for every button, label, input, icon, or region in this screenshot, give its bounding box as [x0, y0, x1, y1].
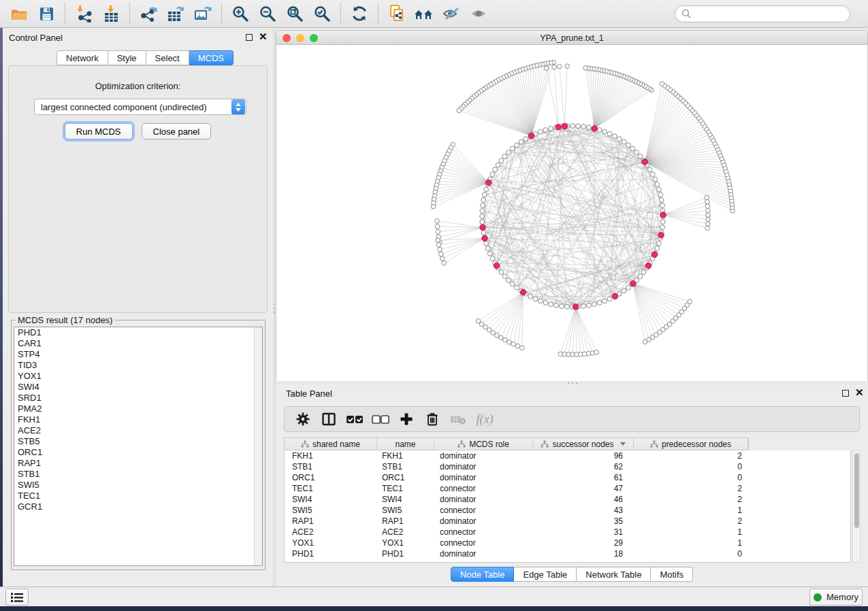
network-graph[interactable]: [276, 45, 867, 381]
toggle-panel-layout-button[interactable]: [317, 409, 340, 429]
column-header-label: predecessor nodes: [662, 440, 731, 449]
select-stepper-icon: [231, 99, 245, 114]
memory-button[interactable]: Memory: [809, 589, 863, 606]
tab-network[interactable]: Network: [57, 50, 108, 65]
float-window-icon[interactable]: [246, 34, 253, 41]
column-header-successor-nodes[interactable]: successor nodes: [533, 438, 634, 450]
column-header-MCDS-role[interactable]: MCDS role: [434, 438, 533, 450]
cell-MCDS-role: connector: [434, 538, 533, 548]
zoom-selected-icon: [313, 5, 331, 22]
table-row[interactable]: PHD1PHD1dominator180: [285, 548, 850, 559]
mcds-result-item[interactable]: STB1: [14, 469, 262, 480]
mcds-result-item[interactable]: YOX1: [14, 371, 262, 382]
cell-predecessor-nodes: 1: [634, 538, 748, 548]
mcds-result-item[interactable]: TID3: [14, 360, 262, 371]
refresh-layout-button[interactable]: [346, 2, 373, 25]
tab-edge-table[interactable]: Edge Table: [514, 567, 577, 582]
function-builder-button[interactable]: f(x): [472, 409, 496, 429]
mcds-result-item[interactable]: FKH1: [14, 414, 262, 425]
import-network-button[interactable]: [70, 2, 97, 25]
mcds-list-scrollbar[interactable]: [254, 327, 262, 565]
table-row[interactable]: YOX1YOX1connector291: [285, 538, 850, 548]
open-session-button[interactable]: [5, 2, 33, 25]
select-all-button[interactable]: [343, 409, 366, 429]
mcds-result-item[interactable]: STP4: [14, 349, 262, 360]
create-column-button[interactable]: [395, 409, 418, 429]
table-row[interactable]: FKH1FKH1dominator962: [285, 450, 850, 461]
export-table-icon: [167, 5, 184, 22]
optimization-criterion-select[interactable]: largest connected component (undirected): [34, 99, 246, 115]
zoom-out-button[interactable]: [254, 2, 281, 25]
zoom-selected-button[interactable]: [308, 2, 336, 25]
table-row[interactable]: SWI5SWI5connector431: [285, 505, 850, 516]
tab-network-table[interactable]: Network Table: [577, 567, 651, 582]
mcds-result-item[interactable]: ORC1: [14, 447, 262, 458]
mcds-result-item[interactable]: RAP1: [14, 458, 262, 469]
hide-selected-button[interactable]: [438, 2, 465, 25]
cell-name: STB1: [377, 461, 434, 472]
table-scrollbar-thumb[interactable]: [854, 453, 859, 528]
cell-shared-name: FKH1: [285, 450, 377, 461]
tab-node-table[interactable]: Node Table: [451, 567, 515, 582]
tree-icon: [457, 440, 466, 448]
delete-column-button[interactable]: [421, 409, 444, 429]
table-settings-button[interactable]: [291, 409, 315, 429]
tab-select[interactable]: Select: [146, 50, 189, 65]
cell-successor-nodes: 31: [533, 527, 634, 538]
run-mcds-button[interactable]: Run MCDS: [65, 123, 133, 139]
tab-mcds[interactable]: MCDS: [189, 50, 234, 65]
import-table-button[interactable]: [97, 2, 125, 25]
table-row[interactable]: ORC1ORC1dominator610: [285, 472, 850, 483]
search-input[interactable]: [695, 9, 843, 19]
mcds-result-item[interactable]: TEC1: [14, 491, 262, 501]
mcds-result-item[interactable]: GCR1: [14, 501, 262, 512]
export-table-button[interactable]: [162, 2, 189, 25]
table-row[interactable]: SWI4SWI4dominator462: [285, 494, 850, 505]
table-row[interactable]: ACE2ACE2connector311: [285, 527, 850, 538]
table-row[interactable]: TEC1TEC1connector472: [285, 483, 850, 494]
mcds-result-item[interactable]: SWI5: [14, 480, 262, 491]
mcds-result-item[interactable]: ACE2: [14, 425, 262, 436]
first-neighbors-button[interactable]: [411, 2, 438, 25]
sort-chevron-icon[interactable]: [620, 442, 626, 446]
close-panel-button[interactable]: Close panel: [142, 123, 212, 139]
table-scrollbar[interactable]: [852, 450, 861, 563]
cell-shared-name: ORC1: [285, 472, 377, 483]
column-header-shared-name[interactable]: shared name: [285, 438, 377, 450]
mcds-result-item[interactable]: SRD1: [14, 393, 262, 403]
tab-motifs[interactable]: Motifs: [651, 567, 693, 582]
export-network-button[interactable]: [135, 2, 162, 25]
mcds-result-item[interactable]: SWI4: [14, 382, 262, 393]
table-toolbar: f(x): [284, 406, 860, 432]
show-all-button[interactable]: [465, 2, 492, 25]
column-header-predecessor-nodes[interactable]: predecessor nodes: [634, 438, 748, 450]
network-view-canvas[interactable]: [276, 45, 868, 381]
close-panel-icon[interactable]: ✕: [259, 31, 268, 43]
table-row[interactable]: RAP1RAP1dominator352: [285, 516, 850, 527]
cell-predecessor-nodes: 0: [634, 461, 748, 472]
mcds-result-item[interactable]: STB5: [14, 436, 262, 447]
save-session-button[interactable]: [33, 2, 60, 25]
search-box[interactable]: [675, 5, 850, 22]
task-history-button[interactable]: [5, 589, 29, 606]
export-image-button[interactable]: [189, 2, 216, 25]
cell-MCDS-role: dominator: [434, 461, 533, 472]
cell-predecessor-nodes: 2: [634, 450, 748, 461]
zoom-in-button[interactable]: [227, 2, 254, 25]
cell-shared-name: STB1: [285, 461, 377, 472]
mcds-result-item[interactable]: PMA2: [14, 403, 262, 414]
cell-MCDS-role: dominator: [434, 494, 533, 505]
table-row[interactable]: STB1STB1dominator620: [285, 461, 850, 472]
tab-style[interactable]: Style: [108, 50, 146, 65]
table-panel-float-icon[interactable]: [842, 390, 849, 397]
mcds-result-list[interactable]: PHD1CAR1STP4TID3YOX1SWI4SRD1PMA2FKH1ACE2…: [14, 327, 263, 566]
table-panel-close-icon[interactable]: ✕: [855, 386, 864, 399]
network-window-titlebar[interactable]: YPA_prune.txt_1: [276, 30, 868, 45]
deselect-all-button[interactable]: [369, 409, 392, 429]
delete-table-button[interactable]: [447, 409, 470, 429]
mcds-result-item[interactable]: CAR1: [14, 338, 262, 349]
column-header-name[interactable]: name: [377, 438, 434, 450]
duplicate-network-button[interactable]: [383, 2, 411, 25]
zoom-fit-button[interactable]: [281, 2, 308, 25]
mcds-result-item[interactable]: PHD1: [14, 327, 262, 338]
